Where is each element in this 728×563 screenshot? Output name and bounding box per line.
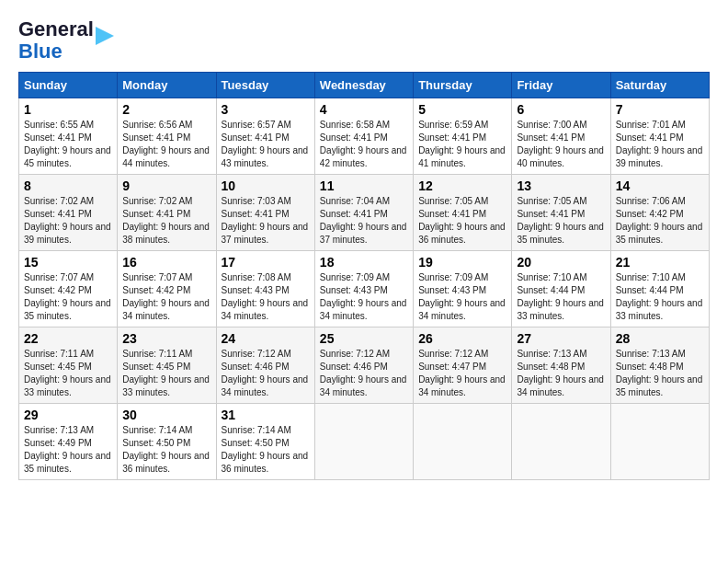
calendar-cell: 12 Sunrise: 7:05 AMSunset: 4:41 PMDaylig…: [414, 175, 512, 251]
day-number: 10: [222, 178, 310, 193]
day-info: Sunrise: 7:08 AMSunset: 4:43 PMDaylight:…: [222, 272, 309, 321]
day-number: 2: [122, 102, 210, 117]
calendar-cell: 10 Sunrise: 7:03 AMSunset: 4:41 PMDaylig…: [216, 175, 314, 251]
col-header-thursday: Thursday: [414, 73, 512, 98]
calendar-cell: 8 Sunrise: 7:02 AMSunset: 4:41 PMDayligh…: [19, 175, 118, 251]
day-number: 16: [122, 255, 210, 270]
col-header-friday: Friday: [512, 73, 610, 98]
logo-arrow-icon: [96, 22, 123, 50]
calendar-cell: 29 Sunrise: 7:13 AMSunset: 4:49 PMDaylig…: [19, 404, 118, 480]
day-number: 19: [418, 255, 506, 270]
calendar-cell: 4 Sunrise: 6:58 AMSunset: 4:41 PMDayligh…: [314, 98, 413, 175]
day-number: 12: [418, 178, 506, 193]
day-number: 31: [222, 408, 310, 422]
day-number: 8: [24, 178, 112, 193]
day-info: Sunrise: 7:01 AMSunset: 4:41 PMDaylight:…: [616, 120, 703, 168]
day-info: Sunrise: 7:05 AMSunset: 4:41 PMDaylight:…: [418, 196, 506, 245]
day-number: 22: [24, 331, 112, 346]
week-row: 15 Sunrise: 7:07 AMSunset: 4:42 PMDaylig…: [19, 251, 710, 327]
calendar-cell: 26 Sunrise: 7:12 AMSunset: 4:47 PMDaylig…: [414, 327, 512, 404]
day-info: Sunrise: 7:12 AMSunset: 4:47 PMDaylight:…: [418, 349, 506, 397]
logo-text: GeneralBlue: [18, 18, 94, 63]
day-number: 24: [222, 331, 310, 346]
day-info: Sunrise: 7:11 AMSunset: 4:45 PMDaylight:…: [122, 349, 210, 397]
calendar-cell: 14 Sunrise: 7:06 AMSunset: 4:42 PMDaylig…: [610, 175, 709, 251]
day-info: Sunrise: 7:13 AMSunset: 4:48 PMDaylight:…: [517, 349, 604, 397]
col-header-saturday: Saturday: [610, 73, 709, 98]
calendar-cell: 30 Sunrise: 7:14 AMSunset: 4:50 PMDaylig…: [118, 404, 216, 480]
day-info: Sunrise: 7:14 AMSunset: 4:50 PMDaylight:…: [122, 425, 210, 474]
calendar-cell: 1 Sunrise: 6:55 AMSunset: 4:41 PMDayligh…: [19, 98, 118, 175]
day-number: 26: [418, 331, 506, 346]
day-info: Sunrise: 7:04 AMSunset: 4:41 PMDaylight:…: [320, 196, 407, 245]
day-number: 7: [616, 102, 704, 117]
calendar-cell: 16 Sunrise: 7:07 AMSunset: 4:42 PMDaylig…: [118, 251, 216, 327]
day-info: Sunrise: 6:57 AMSunset: 4:41 PMDaylight:…: [222, 120, 309, 168]
week-row: 22 Sunrise: 7:11 AMSunset: 4:45 PMDaylig…: [19, 327, 710, 404]
day-info: Sunrise: 6:58 AMSunset: 4:41 PMDaylight:…: [320, 120, 407, 168]
calendar-cell: 11 Sunrise: 7:04 AMSunset: 4:41 PMDaylig…: [314, 175, 413, 251]
week-row: 1 Sunrise: 6:55 AMSunset: 4:41 PMDayligh…: [19, 98, 710, 175]
calendar-cell: 5 Sunrise: 6:59 AMSunset: 4:41 PMDayligh…: [414, 98, 512, 175]
day-number: 27: [517, 331, 605, 346]
calendar-cell: 9 Sunrise: 7:02 AMSunset: 4:41 PMDayligh…: [118, 175, 216, 251]
day-number: 6: [517, 102, 605, 117]
day-number: 18: [320, 255, 408, 270]
day-number: 23: [122, 331, 210, 346]
day-number: 17: [222, 255, 310, 270]
calendar-cell: 19 Sunrise: 7:09 AMSunset: 4:43 PMDaylig…: [414, 251, 512, 327]
calendar-cell: 20 Sunrise: 7:10 AMSunset: 4:44 PMDaylig…: [512, 251, 610, 327]
calendar-cell: 17 Sunrise: 7:08 AMSunset: 4:43 PMDaylig…: [216, 251, 314, 327]
calendar-cell: 27 Sunrise: 7:13 AMSunset: 4:48 PMDaylig…: [512, 327, 610, 404]
day-info: Sunrise: 6:59 AMSunset: 4:41 PMDaylight:…: [418, 120, 506, 168]
col-header-sunday: Sunday: [19, 73, 118, 98]
calendar-cell: 13 Sunrise: 7:05 AMSunset: 4:41 PMDaylig…: [512, 175, 610, 251]
day-info: Sunrise: 7:06 AMSunset: 4:42 PMDaylight:…: [616, 196, 703, 245]
header-row: SundayMondayTuesdayWednesdayThursdayFrid…: [19, 73, 710, 98]
day-info: Sunrise: 7:10 AMSunset: 4:44 PMDaylight:…: [616, 272, 703, 321]
day-info: Sunrise: 6:56 AMSunset: 4:41 PMDaylight:…: [122, 120, 210, 168]
day-number: 30: [122, 408, 210, 422]
day-number: 25: [320, 331, 408, 346]
day-number: 29: [24, 408, 112, 422]
calendar-cell: 7 Sunrise: 7:01 AMSunset: 4:41 PMDayligh…: [610, 98, 709, 175]
page-header: GeneralBlue: [18, 18, 710, 63]
calendar-cell: 6 Sunrise: 7:00 AMSunset: 4:41 PMDayligh…: [512, 98, 610, 175]
calendar-cell: 3 Sunrise: 6:57 AMSunset: 4:41 PMDayligh…: [216, 98, 314, 175]
col-header-tuesday: Tuesday: [216, 73, 314, 98]
day-number: 13: [517, 178, 605, 193]
calendar-cell: 2 Sunrise: 6:56 AMSunset: 4:41 PMDayligh…: [118, 98, 216, 175]
day-info: Sunrise: 7:14 AMSunset: 4:50 PMDaylight:…: [222, 425, 309, 474]
day-info: Sunrise: 7:03 AMSunset: 4:41 PMDaylight:…: [222, 196, 309, 245]
calendar-cell: 23 Sunrise: 7:11 AMSunset: 4:45 PMDaylig…: [118, 327, 216, 404]
day-number: 5: [418, 102, 506, 117]
day-info: Sunrise: 7:09 AMSunset: 4:43 PMDaylight:…: [320, 272, 407, 321]
day-number: 15: [24, 255, 112, 270]
day-number: 1: [24, 102, 112, 117]
day-number: 3: [222, 102, 310, 117]
day-info: Sunrise: 7:05 AMSunset: 4:41 PMDaylight:…: [517, 196, 604, 245]
calendar-cell: 28 Sunrise: 7:13 AMSunset: 4:48 PMDaylig…: [610, 327, 709, 404]
col-header-monday: Monday: [118, 73, 216, 98]
day-info: Sunrise: 7:02 AMSunset: 4:41 PMDaylight:…: [122, 196, 210, 245]
calendar-cell: [314, 404, 413, 480]
logo: GeneralBlue: [18, 18, 123, 63]
day-info: Sunrise: 7:10 AMSunset: 4:44 PMDaylight:…: [517, 272, 604, 321]
calendar-cell: 25 Sunrise: 7:12 AMSunset: 4:46 PMDaylig…: [314, 327, 413, 404]
day-info: Sunrise: 7:02 AMSunset: 4:41 PMDaylight:…: [24, 196, 111, 245]
day-number: 11: [320, 178, 408, 193]
calendar-cell: 31 Sunrise: 7:14 AMSunset: 4:50 PMDaylig…: [216, 404, 314, 480]
day-info: Sunrise: 7:13 AMSunset: 4:48 PMDaylight:…: [616, 349, 703, 397]
day-info: Sunrise: 7:12 AMSunset: 4:46 PMDaylight:…: [222, 349, 309, 397]
calendar-cell: 18 Sunrise: 7:09 AMSunset: 4:43 PMDaylig…: [314, 251, 413, 327]
day-info: Sunrise: 7:07 AMSunset: 4:42 PMDaylight:…: [122, 272, 210, 321]
day-number: 21: [616, 255, 704, 270]
day-number: 14: [616, 178, 704, 193]
day-info: Sunrise: 6:55 AMSunset: 4:41 PMDaylight:…: [24, 120, 111, 168]
day-number: 28: [616, 331, 704, 346]
calendar-cell: [610, 404, 709, 480]
week-row: 29 Sunrise: 7:13 AMSunset: 4:49 PMDaylig…: [19, 404, 710, 480]
col-header-wednesday: Wednesday: [314, 73, 413, 98]
calendar-cell: 21 Sunrise: 7:10 AMSunset: 4:44 PMDaylig…: [610, 251, 709, 327]
day-info: Sunrise: 7:09 AMSunset: 4:43 PMDaylight:…: [418, 272, 506, 321]
